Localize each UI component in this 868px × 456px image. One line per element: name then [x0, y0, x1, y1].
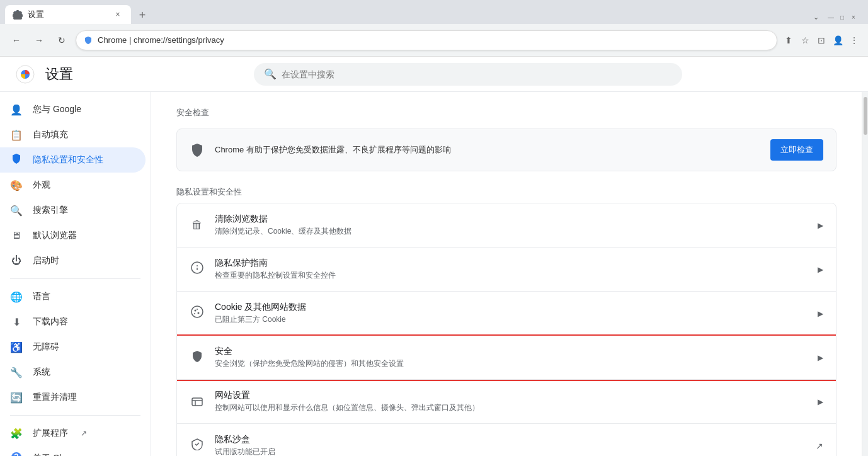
active-tab[interactable]: 设置 ×	[5, 5, 131, 24]
sidebar-item-about[interactable]: 关于 Chrome	[0, 446, 146, 456]
sidebar-item-language[interactable]: 🌐 语言	[0, 284, 146, 309]
sidebar-google-icon: 👤	[10, 104, 23, 116]
cookies-arrow-icon: ▶	[818, 309, 823, 318]
sidebar-startup-icon: ⏻	[10, 255, 23, 266]
sidebar-item-reset[interactable]: 🔄 重置并清理	[0, 385, 146, 410]
settings-search-input[interactable]	[282, 69, 672, 79]
sidebar-item-search[interactable]: 🔍 搜索引擎	[0, 198, 146, 223]
settings-search-wrap: 🔍	[254, 63, 682, 86]
menu-icon[interactable]: ⋮	[848, 34, 860, 47]
settings-tab-icon	[13, 9, 23, 20]
cookies-text: Cookie 及其他网站数据 已阻止第三方 Cookie	[215, 302, 808, 325]
sidebar-search-icon: 🔍	[10, 205, 23, 217]
new-tab-button[interactable]: +	[134, 6, 151, 24]
window-controls: ⌄ — □ ×	[808, 10, 863, 24]
profile-icon[interactable]: 👤	[831, 34, 844, 47]
security-arrow-icon: ▶	[818, 353, 823, 362]
sidebar-item-downloads[interactable]: ⬇ 下载内容	[0, 309, 146, 334]
sidebar-autofill-icon: 📋	[10, 129, 23, 141]
sidebar-item-google[interactable]: 👤 您与 Google	[0, 97, 146, 122]
sidebar-divider-2	[10, 415, 140, 416]
privacy-settings-list: 🗑 清除浏览数据 清除浏览记录、Cookie、缓存及其他数据 ▶	[176, 203, 837, 456]
cookies-item[interactable]: Cookie 及其他网站数据 已阻止第三方 Cookie ▶	[177, 292, 836, 336]
sidebar-item-default-browser[interactable]: 🖥 默认浏览器	[0, 223, 146, 248]
privacy-sandbox-title: 隐私沙盒	[215, 434, 806, 445]
address-url: Chrome | chrome://settings/privacy	[98, 35, 224, 45]
privacy-guide-arrow-icon: ▶	[818, 265, 823, 274]
svg-point-9	[197, 309, 198, 310]
back-button[interactable]: ←	[8, 31, 25, 49]
restore-button[interactable]: □	[838, 13, 847, 21]
security-item[interactable]: 安全 安全浏览（保护您免受危险网站的侵害）和其他安全设置 ▶	[177, 336, 836, 380]
main-content: 安全检查 Chrome 有助于保护您免受数据泄露、不良扩展程序等问题的影响 立即…	[151, 92, 862, 456]
svg-point-10	[194, 313, 195, 314]
privacy-section-title: 隐私设置和安全性	[176, 186, 837, 198]
title-bar: 设置 × + ⌄ — □ ×	[0, 0, 868, 24]
search-box[interactable]: 🔍	[254, 63, 682, 86]
privacy-sandbox-subtitle: 试用版功能已开启	[215, 447, 806, 456]
close-button[interactable]: ×	[849, 13, 858, 21]
cookies-subtitle: 已阻止第三方 Cookie	[215, 314, 808, 325]
share-icon[interactable]: ⬆	[782, 34, 795, 47]
safety-shield-icon	[190, 142, 205, 157]
main-scrollbar[interactable]	[862, 92, 868, 456]
privacy-guide-item[interactable]: 隐私保护指南 检查重要的隐私控制设置和安全控件 ▶	[177, 248, 836, 292]
site-settings-title: 网站设置	[215, 390, 808, 401]
site-settings-subtitle: 控制网站可以使用和显示什么信息（如位置信息、摄像头、弹出式窗口及其他）	[215, 402, 808, 413]
site-settings-icon	[190, 396, 205, 408]
svg-rect-11	[192, 398, 202, 406]
security-title: 安全	[215, 346, 808, 357]
sidebar-item-extensions[interactable]: 🧩 扩展程序 ↗	[0, 421, 146, 446]
address-input-wrap[interactable]: Chrome | chrome://settings/privacy	[76, 30, 777, 50]
privacy-sandbox-external-icon: ↗	[816, 441, 823, 451]
settings-wrapper: 👤 您与 Google 📋 自动填充 隐私设置和安全性 🎨 外观	[0, 92, 868, 456]
privacy-sandbox-item[interactable]: 隐私沙盒 试用版功能已开启 ↗	[177, 424, 836, 456]
privacy-guide-subtitle: 检查重要的隐私控制设置和安全控件	[215, 270, 808, 281]
clear-browsing-text: 清除浏览数据 清除浏览记录、Cookie、缓存及其他数据	[215, 214, 808, 237]
check-now-button[interactable]: 立即检查	[770, 139, 823, 161]
sidebar-item-privacy[interactable]: 隐私设置和安全性	[0, 147, 146, 173]
clear-browsing-arrow-icon: ▶	[818, 221, 823, 230]
clear-browsing-subtitle: 清除浏览记录、Cookie、缓存及其他数据	[215, 226, 808, 237]
svg-point-8	[198, 312, 200, 314]
svg-point-7	[195, 310, 197, 312]
sidebar-privacy-icon	[10, 153, 23, 167]
minimize-button[interactable]: —	[826, 13, 835, 21]
split-view-icon[interactable]: ⊡	[815, 34, 828, 47]
clear-browsing-data-item[interactable]: 🗑 清除浏览数据 清除浏览记录、Cookie、缓存及其他数据 ▶	[177, 203, 836, 248]
privacy-guide-icon	[190, 261, 205, 277]
trash-icon: 🗑	[190, 219, 205, 232]
clear-browsing-title: 清除浏览数据	[215, 214, 808, 225]
tab-close-button[interactable]: ×	[112, 9, 123, 20]
sidebar-item-system[interactable]: 🔧 系统	[0, 360, 146, 385]
security-subtitle: 安全浏览（保护您免受危险网站的侵害）和其他安全设置	[215, 358, 808, 369]
cookies-title: Cookie 及其他网站数据	[215, 302, 808, 313]
sidebar-item-startup[interactable]: ⏻ 启动时	[0, 248, 146, 273]
privacy-guide-text: 隐私保护指南 检查重要的隐私控制设置和安全控件	[215, 258, 808, 281]
address-actions: ⬆ ☆ ⊡ 👤 ⋮	[782, 34, 860, 47]
settings-header: 设置 🔍	[0, 57, 868, 92]
svg-point-5	[197, 265, 198, 266]
google-logo	[15, 64, 35, 84]
address-bar: ← → ↻ Chrome | chrome://settings/privacy…	[0, 24, 868, 57]
sidebar-downloads-icon: ⬇	[10, 316, 23, 328]
reload-button[interactable]: ↻	[53, 31, 71, 49]
forward-button[interactable]: →	[30, 31, 48, 49]
scrollbar-thumb[interactable]	[864, 97, 867, 135]
site-settings-arrow-icon: ▶	[818, 397, 823, 406]
svg-point-6	[191, 306, 203, 317]
extensions-external-icon: ↗	[81, 429, 87, 438]
bookmark-icon[interactable]: ☆	[799, 34, 811, 47]
sidebar-item-accessibility[interactable]: ♿ 无障碍	[0, 334, 146, 360]
tab-strip: 设置 × +	[5, 5, 808, 24]
sidebar-item-autofill[interactable]: 📋 自动填充	[0, 122, 146, 147]
sidebar-item-appearance[interactable]: 🎨 外观	[0, 173, 146, 198]
settings-page-title: 设置	[45, 65, 73, 84]
sidebar-system-icon: 🔧	[10, 367, 23, 379]
site-settings-item[interactable]: 网站设置 控制网站可以使用和显示什么信息（如位置信息、摄像头、弹出式窗口及其他）…	[177, 380, 836, 424]
safety-check-card: Chrome 有助于保护您免受数据泄露、不良扩展程序等问题的影响 立即检查	[176, 128, 837, 171]
sidebar-extensions-icon: 🧩	[10, 428, 23, 440]
search-icon: 🔍	[264, 68, 277, 80]
sidebar-accessibility-icon: ♿	[10, 341, 23, 353]
tabs-chevron-icon[interactable]: ⌄	[813, 13, 819, 21]
